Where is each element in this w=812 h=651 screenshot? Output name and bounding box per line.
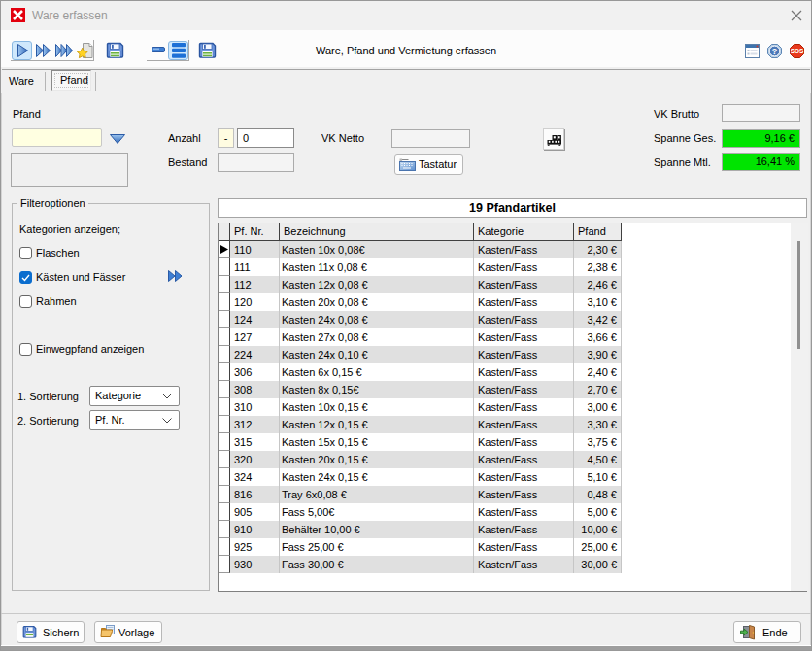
svg-text:SOS: SOS (791, 48, 804, 54)
svg-text:?: ? (772, 47, 778, 56)
